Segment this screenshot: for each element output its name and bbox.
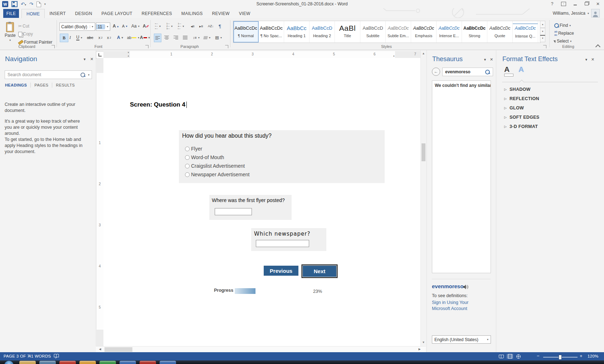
grow-font-button[interactable]: A▲ [112,22,120,30]
superscript-button[interactable]: x2 [106,34,112,41]
subscript-button[interactable]: x2 [97,34,103,41]
question-2-input[interactable] [215,208,252,215]
language-select[interactable]: English (United States) ▾ [432,335,491,344]
style-h1[interactable]: AaBbCcHeading 1 [284,21,310,43]
user-account[interactable]: Williams, Jessica ▾ [553,9,600,18]
find-button[interactable]: Find [553,21,572,29]
horizontal-scroll-thumb[interactable] [104,347,132,352]
expand-icon[interactable]: ▷ [504,115,507,119]
font-size-combo[interactable]: 11 ▾ [96,23,110,31]
expand-icon[interactable]: ▷ [504,97,507,100]
radio-option[interactable]: Flyer [185,146,202,152]
redo-icon[interactable]: ↷ [29,2,33,6]
ribbon-display-options-icon[interactable]: ↑ [560,1,568,7]
style-subtitle[interactable]: AaBbCcDSubtitle [360,21,386,43]
zoom-out-icon[interactable]: − [537,353,540,359]
format-effects-close-icon[interactable]: ✕ [591,57,594,62]
cut-button[interactable]: ✂ Cut [17,22,30,30]
format-effects-dropdown-icon[interactable]: ▼ [585,58,588,62]
restore-icon[interactable] [583,1,590,7]
text-effects-tab-icon[interactable]: A [518,65,524,73]
change-case-button[interactable]: Aa [130,22,141,30]
style-strong[interactable]: AaBbCcDcStrong [462,21,487,43]
save-icon[interactable] [11,1,18,7]
style-quote[interactable]: AaBbCcDcQuote [487,21,513,43]
copy-button[interactable]: Copy [17,30,34,38]
fte-section-shadow[interactable]: ▷SHADOW [504,87,531,92]
scroll-up-icon[interactable]: ▲ [421,51,426,56]
style-nospace[interactable]: AaBbCcDc¶ No Spac... [259,21,284,43]
font-dialog-launcher[interactable] [145,45,148,48]
font-color-button[interactable]: A [139,34,151,41]
styles-gallery-scrollbar[interactable]: ▴ ▾ ▾ [540,21,545,42]
vertical-scrollbar[interactable]: ▲ ▼ [420,50,426,352]
taskbar-app-red-2[interactable] [140,361,156,364]
speaker-icon[interactable] [463,285,468,289]
document-page[interactable]: Screen: Question 4 How did you hear abou… [103,58,420,346]
ribbon-tab-file[interactable]: FILE [3,9,19,18]
text-effects-button[interactable]: A [116,34,124,41]
ribbon-tab-design[interactable]: DESIGN [70,9,97,18]
taskbar-app-orange[interactable] [79,361,96,364]
styles-dialog-launcher[interactable] [543,45,546,48]
fte-section-reflection[interactable]: ▷REFLECTION [504,96,539,101]
nav-tab-results[interactable]: RESULTS [56,83,75,87]
fte-section-3-d-format[interactable]: ▷3-D FORMAT [504,124,538,129]
bold-button[interactable]: B [60,34,68,42]
proofing-errors-icon[interactable] [54,354,59,358]
navigation-pane-dropdown-icon[interactable]: ▼ [83,58,86,61]
line-spacing-button[interactable]: ↕≡ [192,34,201,41]
styles-more-icon[interactable]: ▾ [540,35,545,42]
close-icon[interactable]: ✕ [594,1,602,7]
italic-button[interactable]: I [68,34,72,41]
nav-tab-headings[interactable]: HEADINGS [5,83,27,87]
undo-icon[interactable]: ↶▾ [21,2,26,6]
signin-link[interactable]: Sign in Using Your Microsoft Account [432,300,486,312]
taskbar-app-folder[interactable] [19,361,36,364]
radio-icon[interactable] [185,155,190,160]
radio-icon[interactable] [185,147,190,151]
right-indent-marker[interactable]: ▴ [393,55,395,57]
radio-option[interactable]: Newspaper Advertisement [185,172,249,177]
taskbar-app-blue-1[interactable] [39,361,56,364]
clipboard-dialog-launcher[interactable] [52,45,55,48]
question-3-input[interactable] [256,240,309,247]
horizontal-scrollbar[interactable]: ◀ ▶ [96,346,426,353]
underline-button[interactable]: U [75,34,83,41]
radio-icon[interactable] [185,164,190,168]
web-layout-icon[interactable] [515,354,522,359]
increase-indent-button[interactable]: ▸≡ [198,22,204,30]
radio-option[interactable]: Craigslist Advertisement [185,163,245,169]
thesaurus-pane-close-icon[interactable]: ✕ [490,57,493,62]
style-intensee[interactable]: AaBbCcDcIntense E... [437,21,462,43]
print-layout-icon[interactable] [507,354,513,359]
borders-button[interactable]: ⊞ [214,34,223,41]
styles-scroll-up-icon[interactable]: ▴ [540,21,545,28]
expand-icon[interactable]: ▷ [504,106,507,110]
style-h2[interactable]: AaBbCcDHeading 2 [310,21,335,43]
zoom-slider-thumb[interactable] [559,355,562,360]
ribbon-tab-references[interactable]: REFERENCES [137,9,177,18]
taskbar-app-blue-3[interactable] [160,361,176,364]
highlight-color-button[interactable]: ab [126,34,140,41]
page-indicator[interactable]: PAGE 3 OF 7 [4,354,30,358]
ribbon-tab-insert[interactable]: INSERT [45,9,70,18]
help-icon[interactable]: ? [548,1,556,7]
numbering-button[interactable]: 1—2—3— [165,22,174,30]
show-marks-button[interactable]: ¶ [218,22,222,30]
nav-tab-pages[interactable]: PAGES [34,83,48,87]
shading-button[interactable] [203,34,211,41]
paragraph-dialog-launcher[interactable] [225,45,228,48]
fte-section-soft-edges[interactable]: ▷SOFT EDGES [504,115,540,120]
shrink-font-button[interactable]: A▼ [121,22,129,30]
collapse-ribbon-icon[interactable] [595,44,600,49]
thesaurus-search-icon[interactable] [485,70,490,74]
scroll-right-icon[interactable]: ▶ [417,347,422,352]
thesaurus-back-icon[interactable]: ← [432,68,440,76]
scroll-left-icon[interactable]: ◀ [98,347,102,352]
taskbar-app-blue-2[interactable] [120,361,136,364]
tab-selector[interactable] [96,51,104,59]
bullets-button[interactable]: •—•—•— [154,22,162,30]
word-count[interactable]: 41 WORDS [29,354,51,358]
expand-icon[interactable]: ▷ [504,88,507,91]
